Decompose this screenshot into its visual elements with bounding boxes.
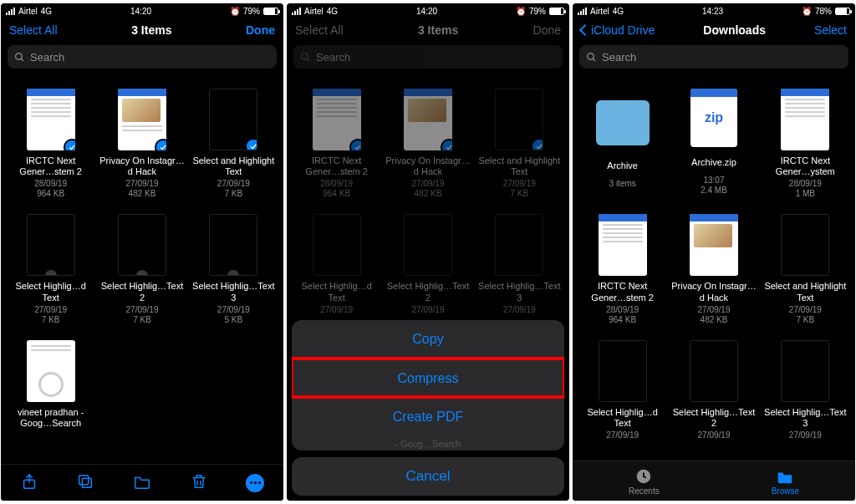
- file-grid: IRCTC Next Gener…stem 2 28/09/19964 KB P…: [1, 72, 283, 429]
- check-icon: [531, 138, 543, 150]
- file-item[interactable]: Select Highlig…Text 3 27/09/19: [761, 340, 850, 440]
- nav-title: Downloads: [703, 23, 766, 37]
- file-thumb: [495, 89, 543, 150]
- file-item: IRCTC Next Gener…stem 2 28/09/19964 KB: [292, 89, 381, 199]
- action-compress[interactable]: Compress: [292, 359, 564, 397]
- folder-item[interactable]: Archive 3 items: [578, 89, 667, 199]
- nav-bar: Select All 3 Items Done: [1, 18, 283, 42]
- screen-action-sheet: Airtel 4G 14:20 ⏰ 79% Select All 3 Items…: [287, 3, 569, 501]
- file-item[interactable]: IRCTC Next Gener…stem 2 28/09/19964 KB: [578, 214, 667, 324]
- svg-point-7: [588, 53, 594, 59]
- tab-bar: Recents Browse: [573, 461, 855, 501]
- svg-line-8: [593, 59, 595, 61]
- action-cancel[interactable]: Cancel: [292, 457, 564, 496]
- search-placeholder: Search: [30, 51, 64, 64]
- carrier-label: Airtel: [18, 7, 38, 16]
- clock-icon: [634, 467, 653, 486]
- file-thumb: [209, 214, 257, 276]
- tab-browse[interactable]: Browse: [772, 467, 799, 496]
- file-item: Privacy On Instagr…d Hack 27/09/19482 KB: [383, 89, 472, 199]
- file-thumb: [313, 214, 361, 276]
- file-thumb: [599, 340, 647, 402]
- screen-select-mode: Airtel 4G 14:20 ⏰ 79% Select All 3 Items…: [1, 3, 283, 501]
- file-thumb: [118, 89, 166, 150]
- file-thumb: [27, 340, 75, 402]
- file-item[interactable]: zip Archive.zip 13:072.4 MB: [669, 89, 758, 199]
- file-item[interactable]: Select Highlig…d Text 27/09/197 KB: [6, 214, 95, 324]
- clock-label: 14:20: [130, 7, 151, 16]
- battery-icon: [835, 8, 850, 15]
- svg-rect-3: [79, 475, 89, 484]
- zip-icon: zip: [690, 89, 737, 147]
- search-placeholder: Search: [602, 51, 636, 64]
- search-field[interactable]: Search: [579, 45, 848, 69]
- search-icon: [300, 52, 311, 63]
- svg-point-0: [16, 53, 23, 59]
- share-button[interactable]: [20, 472, 38, 494]
- done-button[interactable]: Done: [246, 23, 275, 37]
- screen-downloads: Airtel 4G 14:23 ⏰ 78% iCloud Drive Downl…: [573, 3, 855, 501]
- carrier-label: Airtel: [590, 7, 609, 16]
- alarm-icon: ⏰: [516, 7, 526, 16]
- move-folder-button[interactable]: [133, 472, 151, 494]
- battery-pct: 78%: [815, 7, 832, 16]
- file-thumb: [404, 89, 452, 150]
- file-item[interactable]: Privacy On Instagr…d Hack 27/09/19482 KB: [97, 89, 186, 199]
- action-create-pdf[interactable]: Create PDF: [292, 397, 564, 435]
- duplicate-button[interactable]: [76, 472, 94, 494]
- file-thumb: [209, 89, 257, 150]
- search-icon: [586, 52, 597, 63]
- select-button[interactable]: Select: [814, 23, 847, 37]
- sheet-peek-text: - Goog…Search: [292, 435, 564, 451]
- done-button: Done: [533, 23, 561, 37]
- file-thumb: [690, 214, 738, 276]
- action-sheet: Copy Compress Create PDF - Goog…Search C…: [292, 320, 564, 496]
- search-field: Search: [293, 45, 563, 69]
- select-all-button[interactable]: Select All: [9, 23, 58, 37]
- nav-title: 3 Items: [418, 23, 458, 37]
- file-item: Select Highlig…Text 2 27/09/19: [383, 214, 472, 314]
- file-grid: Archive 3 items zip Archive.zip 13:072.4…: [573, 72, 855, 440]
- file-item[interactable]: Select Highlig…Text 3 27/09/195 KB: [189, 214, 278, 324]
- nav-bar: Select All 3 Items Done: [287, 18, 569, 42]
- unselected-circle-icon: [43, 268, 59, 276]
- status-bar: Airtel 4G 14:20 ⏰ 79%: [287, 3, 569, 18]
- signal-bars-icon: [292, 8, 301, 15]
- back-button[interactable]: iCloud Drive: [581, 23, 655, 37]
- file-thumb: [781, 89, 829, 150]
- trash-button[interactable]: [190, 472, 208, 494]
- search-field[interactable]: Search: [8, 45, 277, 69]
- file-item[interactable]: IRCTC Next Gener…stem 2 28/09/19964 KB: [6, 89, 95, 199]
- battery-icon: [549, 8, 564, 15]
- file-item: Select Highlig…d Text 27/09/19: [292, 214, 381, 314]
- file-thumb: [118, 214, 166, 276]
- file-thumb: [690, 340, 738, 402]
- search-icon: [14, 52, 25, 63]
- bottom-toolbar: [1, 464, 283, 501]
- check-icon: [349, 139, 361, 150]
- file-thumb: [27, 89, 75, 150]
- file-item[interactable]: Select and Highlight Text 27/09/197 KB: [761, 214, 850, 324]
- file-item[interactable]: Select Highlig…Text 2 27/09/19: [669, 340, 758, 440]
- tab-recents[interactable]: Recents: [629, 467, 660, 496]
- more-button[interactable]: [246, 474, 264, 492]
- signal-bars-icon: [6, 8, 15, 15]
- svg-line-1: [21, 59, 23, 61]
- file-item[interactable]: Select Highlig…d Text 27/09/19: [578, 340, 667, 440]
- file-thumb: [404, 214, 452, 276]
- file-item[interactable]: Select Highlig…Text 2 27/09/197 KB: [97, 214, 186, 324]
- file-item[interactable]: Select and Highlight Text 27/09/197 KB: [189, 89, 278, 199]
- alarm-icon: ⏰: [802, 7, 812, 16]
- file-item[interactable]: IRCTC Next Gener…ystem 28/09/191 MB: [761, 89, 850, 199]
- chevron-left-icon: [579, 24, 591, 36]
- battery-pct: 79%: [243, 7, 260, 16]
- file-item[interactable]: Privacy On Instagr…d Hack 27/09/19482 KB: [669, 214, 758, 324]
- file-thumb: [495, 214, 543, 276]
- file-item: Select and Highlight Text 27/09/197 KB: [475, 89, 564, 199]
- clock-label: 14:23: [702, 7, 723, 16]
- action-copy[interactable]: Copy: [292, 320, 564, 359]
- carrier-label: Airtel: [304, 7, 324, 16]
- file-thumb: [781, 214, 829, 276]
- nav-bar: iCloud Drive Downloads Select: [573, 18, 855, 42]
- file-item[interactable]: vineet pradhan - Goog…Search: [6, 340, 95, 429]
